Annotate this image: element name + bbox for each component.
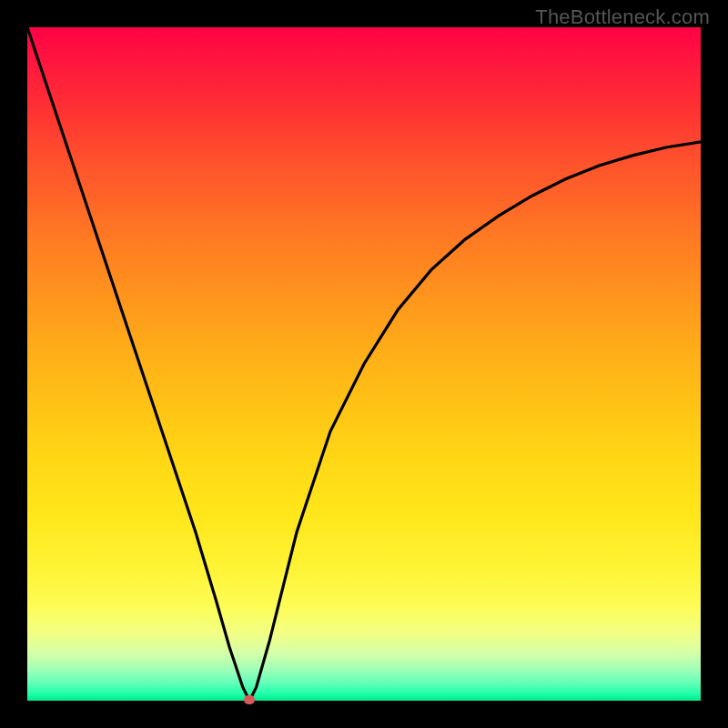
bottleneck-curve-path	[27, 27, 701, 701]
watermark-text: TheBottleneck.com	[535, 5, 710, 29]
chart-container: TheBottleneck.com	[0, 0, 728, 728]
bottleneck-curve-svg	[27, 27, 701, 701]
minimum-marker	[244, 695, 255, 704]
